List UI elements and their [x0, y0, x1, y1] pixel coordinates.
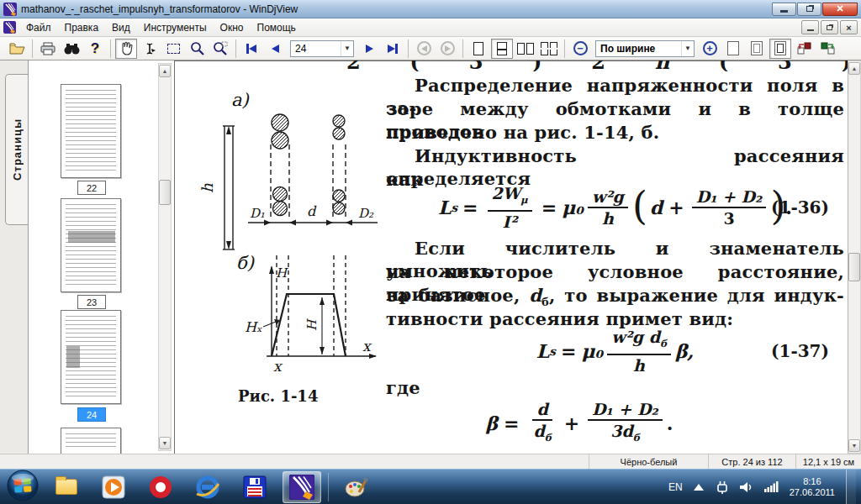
figure-label-Hx: Hₓ	[245, 319, 262, 335]
next-page-button[interactable]	[358, 39, 380, 59]
mdi-minimize-icon	[807, 29, 814, 31]
rotate-right-button[interactable]	[816, 39, 838, 59]
first-page-button[interactable]	[240, 39, 262, 59]
ibeam-cursor-icon	[144, 42, 156, 55]
zoom-tool-button[interactable]	[186, 39, 208, 59]
layout-continuous-button[interactable]	[491, 39, 513, 59]
pan-tool-button[interactable]	[115, 39, 137, 59]
figure-label-h: h	[198, 183, 216, 193]
display-mode-bw-button[interactable]	[746, 39, 768, 59]
rect-select-tool-button[interactable]	[162, 39, 184, 59]
taskbar-item-internet-explorer[interactable]	[188, 471, 227, 503]
menu-file[interactable]: Файл	[19, 19, 58, 36]
layout-facing-button[interactable]	[515, 39, 536, 59]
figure-label-a: а)	[231, 90, 251, 110]
start-button[interactable]	[7, 470, 39, 504]
taskbar-item-media-player[interactable]	[94, 471, 133, 503]
hidden-icons-chevron-icon[interactable]	[694, 484, 704, 491]
magnifier-icon	[190, 41, 204, 55]
taskbar-item-floppy-app[interactable]	[235, 471, 274, 503]
sidebar: Страницы × 22 23 24 ▲	[0, 60, 174, 454]
print-button[interactable]	[37, 39, 59, 59]
page-number-value: 24	[291, 43, 341, 55]
scrollbar-thumb[interactable]	[848, 253, 860, 281]
scroll-down-icon[interactable]: ▼	[159, 437, 171, 449]
show-desktop-button[interactable]	[846, 470, 856, 504]
scroll-up-icon[interactable]: ▲	[848, 62, 860, 75]
mdi-close-button[interactable]: ×	[840, 20, 858, 34]
thumbnail-page-22[interactable]	[61, 84, 121, 178]
previous-page-button[interactable]	[264, 39, 286, 59]
text-select-tool-button[interactable]	[139, 39, 161, 59]
menu-view[interactable]: Вид	[105, 19, 137, 36]
power-plug-icon[interactable]	[715, 480, 729, 494]
taskbar-item-explorer[interactable]	[47, 471, 86, 503]
document-page[interactable]: 2( 3) 2h (3 ) а) h	[174, 60, 848, 454]
toolbar-separator	[235, 39, 236, 58]
layout-facing-continuous-button[interactable]	[538, 39, 560, 59]
zoom-in-button[interactable]: +	[699, 39, 721, 59]
restore-button[interactable]	[797, 3, 821, 16]
pages-tab-label: Страницы	[11, 118, 24, 181]
close-icon: ✕	[836, 4, 843, 13]
menu-edit[interactable]: Правка	[58, 19, 106, 36]
minimize-button[interactable]	[772, 3, 796, 16]
zoom-out-button[interactable]: −	[569, 39, 591, 59]
taskbar: EN 8:16 27.06.2011	[0, 469, 861, 504]
title-bar: mathanov_-_raschet_impulsnyh_transformat…	[0, 0, 861, 18]
thumbnail-label-22[interactable]: 22	[77, 181, 106, 195]
paragraph-line: приведено на рис. 1-14, б.	[386, 121, 844, 144]
thumbnail-page-25[interactable]	[61, 428, 121, 454]
menu-tools[interactable]: Инструменты	[137, 19, 214, 36]
sidebar-scrollbar[interactable]: ▲ ▼	[158, 63, 172, 451]
thumbnail-panel: × 22 23 24 ▲ ▼	[28, 60, 174, 454]
display-mode-page-button[interactable]	[722, 39, 744, 59]
thumbnail-page-23[interactable]	[61, 198, 121, 292]
history-back-button[interactable]	[413, 39, 435, 59]
last-page-icon	[395, 44, 398, 54]
mdi-minimize-button[interactable]	[801, 20, 819, 34]
taskbar-item-paint[interactable]	[337, 471, 376, 503]
back-icon	[417, 41, 431, 55]
page-number-combo[interactable]: 24 ▼	[290, 40, 354, 57]
speaker-icon[interactable]	[740, 481, 753, 493]
scroll-down-icon[interactable]: ▼	[848, 439, 860, 452]
thumbnail-label-23[interactable]: 23	[77, 295, 106, 309]
thumbnail-page-24[interactable]	[61, 310, 121, 404]
menu-help[interactable]: Помощь	[251, 19, 303, 36]
taskbar-item-windjview-active[interactable]	[283, 471, 321, 503]
rotate-left-button[interactable]	[793, 39, 815, 59]
display-mode-fore-button[interactable]	[769, 39, 791, 59]
zoom-mode-combo[interactable]: По ширине ▼	[595, 40, 695, 57]
help-button[interactable]: ?	[84, 39, 106, 59]
mdi-restore-icon	[827, 25, 832, 30]
page-frame-bold-icon	[774, 41, 786, 55]
taskbar-item-opera[interactable]	[141, 471, 180, 503]
menu-window[interactable]: Окно	[214, 19, 251, 36]
scroll-up-icon[interactable]: ▲	[159, 65, 171, 77]
chevron-down-icon[interactable]: ▼	[681, 41, 694, 56]
language-indicator[interactable]: EN	[668, 481, 683, 493]
layout-single-page-button[interactable]	[467, 39, 489, 59]
network-signal-icon[interactable]	[764, 481, 779, 492]
open-file-button[interactable]	[6, 39, 28, 59]
toolbar-separator	[408, 39, 409, 58]
figure-label-D2: D₂	[358, 206, 374, 221]
close-button[interactable]: ✕	[822, 3, 858, 16]
scrollbar-thumb[interactable]	[159, 180, 171, 205]
tab-pages[interactable]: Страницы	[5, 74, 28, 225]
history-forward-button[interactable]	[436, 39, 458, 59]
binoculars-icon	[64, 43, 80, 55]
zoom-select-tool-button[interactable]	[209, 39, 231, 59]
last-page-icon	[388, 45, 395, 53]
paragraph-line: тивности рассеяния примет вид:	[386, 307, 844, 330]
mdi-restore-button[interactable]	[821, 20, 838, 34]
document-scrollbar[interactable]: ▲ ▼	[848, 60, 861, 454]
thumbnail-label-24-selected[interactable]: 24	[77, 407, 106, 422]
clock-date: 27.06.2011	[790, 487, 835, 498]
taskbar-clock[interactable]: 8:16 27.06.2011	[790, 476, 835, 498]
search-button[interactable]	[61, 39, 82, 59]
rotate-right-icon	[821, 42, 835, 55]
chevron-down-icon[interactable]: ▼	[341, 41, 353, 56]
last-page-button[interactable]	[382, 39, 404, 59]
